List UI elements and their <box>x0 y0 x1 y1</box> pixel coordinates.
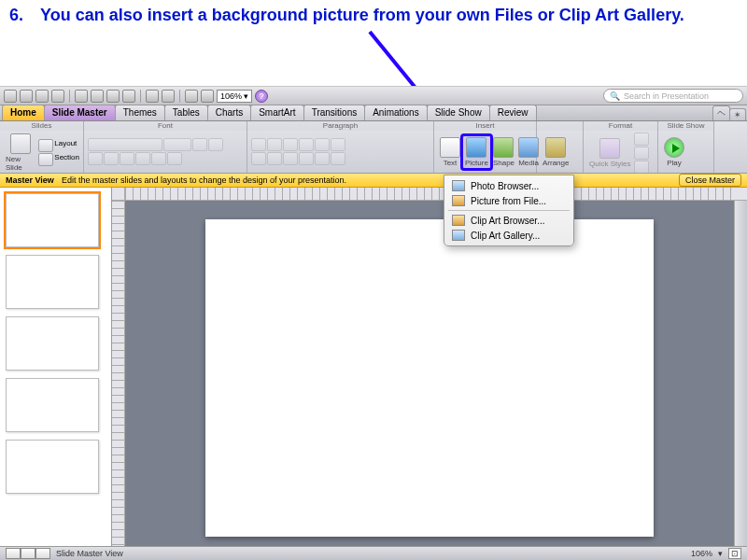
instruction-text: 6.You can also insert a background pictu… <box>9 6 738 25</box>
menu-clip-art-gallery[interactable]: Clip Art Gallery... <box>444 228 573 243</box>
ribbon-options-icon[interactable]: ✶ <box>729 108 746 120</box>
save-icon[interactable] <box>35 90 49 103</box>
group-title-format: Format <box>584 121 657 131</box>
tab-slide-show[interactable]: Slide Show <box>427 105 490 120</box>
play-button[interactable]: Play <box>662 136 686 168</box>
undo-icon[interactable] <box>146 90 159 103</box>
group-title-insert: Insert <box>434 121 536 131</box>
vertical-ruler[interactable] <box>112 201 125 546</box>
vertical-scrollbar[interactable] <box>734 201 747 546</box>
justify-button[interactable] <box>299 152 314 165</box>
picture-button[interactable]: Picture <box>463 136 490 168</box>
print-icon[interactable] <box>51 90 64 103</box>
new-slide-button[interactable]: New Slide <box>4 133 36 173</box>
ribbon-group-format: Format Quick Styles <box>584 121 658 173</box>
font-family-dropdown[interactable] <box>88 138 162 151</box>
help-icon[interactable]: ? <box>255 90 268 103</box>
tab-transitions[interactable]: Transitions <box>303 105 366 120</box>
tab-slide-master[interactable]: Slide Master <box>44 105 116 120</box>
tab-home[interactable]: Home <box>2 105 45 120</box>
search-input[interactable]: 🔍Search in Presentation <box>603 89 743 103</box>
thumbnail-layout-1[interactable] <box>6 255 99 309</box>
line-button[interactable] <box>634 147 649 160</box>
menu-clip-art-browser[interactable]: Clip Art Browser... <box>444 213 573 228</box>
ruler-corner <box>112 188 125 201</box>
line-spacing-button[interactable] <box>315 138 330 151</box>
thumbnail-layout-4[interactable] <box>6 440 99 494</box>
tab-tables[interactable]: Tables <box>164 105 208 120</box>
align-left-button[interactable] <box>251 152 266 165</box>
workspace <box>0 188 747 546</box>
status-zoom-label: 106% <box>691 549 712 558</box>
tab-animations[interactable]: Animations <box>364 105 427 120</box>
tab-smartart[interactable]: SmartArt <box>250 105 303 120</box>
photo-browser-icon <box>452 180 465 191</box>
strike-button[interactable] <box>135 152 150 165</box>
align-center-button[interactable] <box>267 152 282 165</box>
zoom-out-button[interactable]: ▾ <box>718 549 723 558</box>
horizontal-ruler[interactable] <box>125 188 734 201</box>
normal-view-button[interactable] <box>6 548 21 559</box>
paste-icon[interactable] <box>106 90 120 103</box>
bold-button[interactable] <box>88 152 103 165</box>
menu-picture-from-file[interactable]: Picture from File... <box>444 193 573 208</box>
indent-more-button[interactable] <box>299 138 314 151</box>
copy-icon[interactable] <box>91 90 104 103</box>
text-direction-button[interactable] <box>331 138 345 151</box>
search-icon: 🔍 <box>610 91 620 101</box>
show-icon[interactable] <box>185 90 198 103</box>
file-icon[interactable] <box>4 90 17 103</box>
open-icon[interactable] <box>20 90 33 103</box>
shrink-font-button[interactable] <box>208 138 223 151</box>
italic-button[interactable] <box>104 152 119 165</box>
indent-less-button[interactable] <box>283 138 298 151</box>
align-right-button[interactable] <box>283 152 298 165</box>
menu-photo-browser[interactable]: Photo Browser... <box>444 178 573 193</box>
highlight-button[interactable] <box>167 152 182 165</box>
grow-font-button[interactable] <box>192 138 207 151</box>
format-painter-icon[interactable] <box>122 90 135 103</box>
thumbnail-master[interactable] <box>6 193 99 247</box>
numbering-button[interactable] <box>267 138 282 151</box>
layout-button[interactable] <box>38 139 53 152</box>
share-icon[interactable] <box>201 90 214 103</box>
sorter-view-button[interactable] <box>21 548 35 559</box>
clipart-browser-icon <box>452 215 465 226</box>
ribbon-group-slideshow: Slide Show Play <box>658 121 714 173</box>
thumbnail-layout-2[interactable] <box>6 316 99 371</box>
shape-button[interactable]: Shape <box>491 136 516 168</box>
ribbon-group-slides: Slides New Slide Layout Section <box>0 121 84 173</box>
fill-button[interactable] <box>634 133 649 146</box>
columns-button[interactable] <box>315 152 330 165</box>
close-master-button[interactable]: Close Master <box>679 174 741 187</box>
slide-canvas-area[interactable] <box>125 201 734 546</box>
font-color-button[interactable] <box>151 152 166 165</box>
section-button[interactable] <box>38 153 53 166</box>
thumbnail-layout-3[interactable] <box>6 378 99 432</box>
align-text-button[interactable] <box>331 152 345 165</box>
picture-button-highlight: Picture <box>462 135 491 169</box>
bullets-button[interactable] <box>251 138 266 151</box>
effects-button[interactable] <box>634 161 649 174</box>
redo-icon[interactable] <box>162 90 175 103</box>
arrange-button[interactable]: Arrange <box>541 136 571 168</box>
tab-charts[interactable]: Charts <box>207 105 251 120</box>
collapse-ribbon-icon[interactable]: ヘ <box>712 105 730 120</box>
fit-button[interactable]: ⊡ <box>728 548 741 559</box>
ribbon-tab-bar: Home Slide Master Themes Tables Charts S… <box>0 105 747 121</box>
font-size-dropdown[interactable] <box>163 138 191 151</box>
cut-icon[interactable] <box>75 90 88 103</box>
text-box-button[interactable]: Text <box>438 136 462 168</box>
underline-button[interactable] <box>120 152 134 165</box>
slide-thumbnail-panel[interactable] <box>0 188 112 546</box>
infobar-text: Edit the master slides and layouts to ch… <box>62 175 346 185</box>
slide-master-canvas[interactable] <box>205 219 654 537</box>
ribbon-group-paragraph: Paragraph <box>247 121 434 173</box>
status-bar: Slide Master View 106% ▾ ⊡ <box>0 546 747 560</box>
slideshow-view-button[interactable] <box>35 548 50 559</box>
zoom-field[interactable]: 106%▾ <box>217 90 252 103</box>
tab-themes[interactable]: Themes <box>115 105 165 120</box>
tab-review[interactable]: Review <box>489 105 537 120</box>
quick-styles-button[interactable]: Quick Styles <box>587 137 632 169</box>
powerpoint-window: 106%▾ ? 🔍Search in Presentation Home Sli… <box>0 86 747 560</box>
